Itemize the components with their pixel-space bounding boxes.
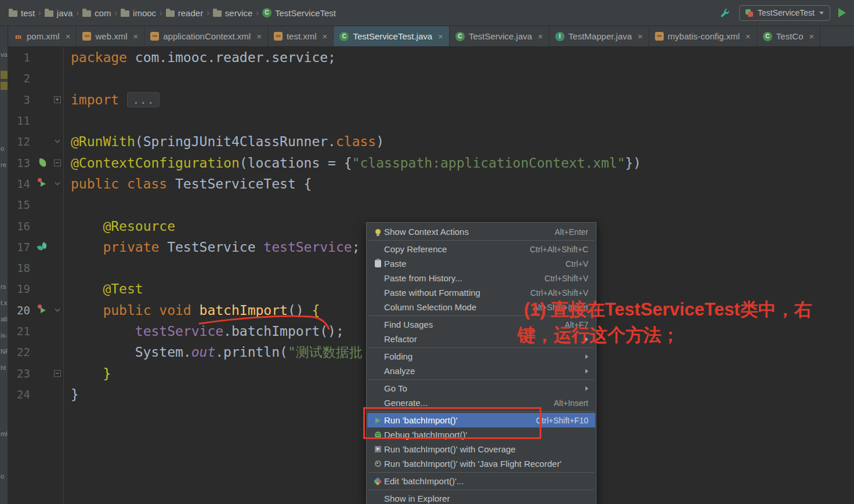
line-number: 12 <box>8 135 34 148</box>
run-test-icon[interactable] <box>38 306 47 314</box>
fold-marker[interactable] <box>55 306 60 312</box>
tab-testservicetest-java[interactable]: CTestServiceTest.java× <box>334 26 450 46</box>
line-number: 15 <box>8 198 34 211</box>
line-number: 14 <box>8 177 34 190</box>
menu-shortcut: Ctrl+Alt+Shift+C <box>530 245 588 254</box>
breadcrumb: test›java›com›imooc›reader›service›CTest… <box>6 7 339 19</box>
line-number: 3 <box>8 93 34 106</box>
fold-slot <box>51 140 63 143</box>
menu-shortcut: Alt+Enter <box>555 227 588 237</box>
breadcrumb-label: TestServiceTest <box>275 8 336 18</box>
code-text: public class TestServiceTest { <box>63 173 854 194</box>
build-wrench-icon[interactable] <box>719 7 731 19</box>
menu-icon-slot <box>371 418 384 423</box>
tab-web-xml[interactable]: <>web.xml× <box>77 26 144 46</box>
run-config-selector[interactable]: TestServiceTest <box>739 5 830 21</box>
tab-testco[interactable]: CTestCo× <box>757 26 820 46</box>
gutter-divider <box>63 47 64 504</box>
menu-item-label: Show Context Actions <box>384 227 548 237</box>
line-number: 2 <box>8 72 34 85</box>
submenu-arrow-icon <box>585 337 588 342</box>
close-icon[interactable]: × <box>438 31 443 41</box>
breadcrumb-item-service[interactable]: service <box>210 7 256 19</box>
menu-item-generate[interactable]: Generate...Alt+Insert <box>367 396 595 410</box>
breadcrumb-item-reader[interactable]: reader <box>163 7 206 19</box>
menu-item-go-to[interactable]: Go To <box>367 381 595 396</box>
close-icon[interactable]: × <box>538 31 543 41</box>
menu-item-paste[interactable]: PasteCtrl+V <box>367 256 595 271</box>
menu-item-edit-batchimport[interactable]: Edit 'batchImport()'... <box>367 474 595 488</box>
breadcrumb-item-java[interactable]: java <box>42 7 76 19</box>
close-icon[interactable]: × <box>746 31 751 41</box>
menu-icon-slot <box>371 446 384 452</box>
folder-icon <box>45 10 53 17</box>
line-number: 18 <box>8 262 34 274</box>
menu-item-label: Show in Explorer <box>384 494 588 503</box>
class-icon: C <box>455 32 465 41</box>
menu-item-copy-reference[interactable]: Copy ReferenceCtrl+Alt+Shift+C <box>367 242 595 256</box>
code-text <box>63 194 854 215</box>
code-line: 14public class TestServiceTest { <box>8 173 854 194</box>
menu-item-folding[interactable]: Folding <box>367 349 595 364</box>
breadcrumb-item-com[interactable]: com <box>79 7 114 19</box>
line-number: 19 <box>8 282 34 295</box>
menu-item-label: Debug 'batchImport()' <box>384 430 588 440</box>
close-icon[interactable]: × <box>66 31 71 41</box>
tab-test-xml[interactable]: <>test.xml× <box>268 26 334 46</box>
xml-file-icon: <> <box>82 32 91 41</box>
menu-item-run-batchimport-with-coverage[interactable]: Run 'batchImport()' with Coverage <box>367 442 595 456</box>
run-test-icon[interactable] <box>38 179 47 188</box>
menu-item-debug-batchimport[interactable]: Debug 'batchImport()' <box>367 427 595 442</box>
spring-leaf-icon[interactable] <box>38 158 46 167</box>
fold-marker[interactable] <box>55 180 60 186</box>
breadcrumb-label: reader <box>178 8 203 18</box>
tab-applicationcontext-xml[interactable]: <>applicationContext.xml× <box>144 26 268 46</box>
breadcrumb-item-test[interactable]: test <box>6 7 38 19</box>
menu-item-run-batchimport[interactable]: Run 'batchImport()'Ctrl+Shift+F10 <box>367 413 595 427</box>
close-icon[interactable]: × <box>323 31 328 41</box>
breadcrumb-separator: › <box>160 8 162 17</box>
menu-item-run-batchimport-with-java-flight-recorder[interactable]: Run 'batchImport()' with 'Java Flight Re… <box>367 456 595 471</box>
run-button[interactable] <box>838 8 846 17</box>
menu-item-column-selection-mode[interactable]: Column Selection ModeAlt+Shift+Insert <box>367 300 595 314</box>
tree-item-fragment: ati <box>1 316 8 322</box>
tab-mybatis-config-xml[interactable]: <>mybatis-config.xml× <box>649 26 757 46</box>
menu-item-paste-without-formatting[interactable]: Paste without FormattingCtrl+Alt+Shift+V <box>367 285 595 300</box>
folder-icon <box>82 10 91 17</box>
menu-item-paste-from-history[interactable]: Paste from History...Ctrl+Shift+V <box>367 271 595 285</box>
code-line: 3+import ... <box>8 89 854 110</box>
menu-item-show-in-explorer[interactable]: Show in Explorer <box>367 491 595 504</box>
menu-item-show-context-actions[interactable]: Show Context ActionsAlt+Enter <box>367 224 595 239</box>
coverage-icon <box>375 446 381 452</box>
breadcrumb-item-testservicetest[interactable]: CTestServiceTest <box>259 7 339 19</box>
tab-pom-xml[interactable]: mpom.xml× <box>8 26 77 46</box>
menu-item-find-usages[interactable]: Find UsagesAlt+F7 <box>367 317 595 332</box>
code-line: 2 <box>8 68 854 89</box>
breadcrumb-item-imooc[interactable]: imooc <box>118 7 159 19</box>
line-number: 16 <box>8 220 34 233</box>
close-icon[interactable]: × <box>133 31 138 41</box>
maven-icon: m <box>14 32 23 41</box>
folder-icon <box>166 10 175 17</box>
tree-item-fragment: ml <box>1 430 8 437</box>
fold-marker[interactable] <box>55 138 60 144</box>
fold-marker[interactable]: + <box>54 96 61 103</box>
menu-item-analyze[interactable]: Analyze <box>367 364 595 378</box>
class-icon: C <box>262 8 272 17</box>
menu-shortcut: Ctrl+V <box>566 259 588 269</box>
close-icon[interactable]: × <box>256 31 262 41</box>
close-icon[interactable]: × <box>638 31 643 41</box>
tab-label: mybatis-config.xml <box>668 31 740 41</box>
tab-testservice-java[interactable]: CTestService.java× <box>450 26 549 46</box>
fold-slot <box>51 309 63 311</box>
close-icon[interactable]: × <box>809 31 815 41</box>
fold-slot: + <box>51 96 63 103</box>
spring-leaves-icon[interactable] <box>38 243 47 251</box>
line-number: 1 <box>8 51 34 64</box>
menu-item-refactor[interactable]: Refactor <box>367 332 595 346</box>
menu-separator <box>368 379 594 380</box>
fold-marker[interactable]: − <box>54 159 61 166</box>
menu-separator <box>368 411 594 412</box>
fold-marker[interactable]: − <box>54 370 61 377</box>
tab-testmapper-java[interactable]: ITestMapper.java× <box>549 26 649 46</box>
